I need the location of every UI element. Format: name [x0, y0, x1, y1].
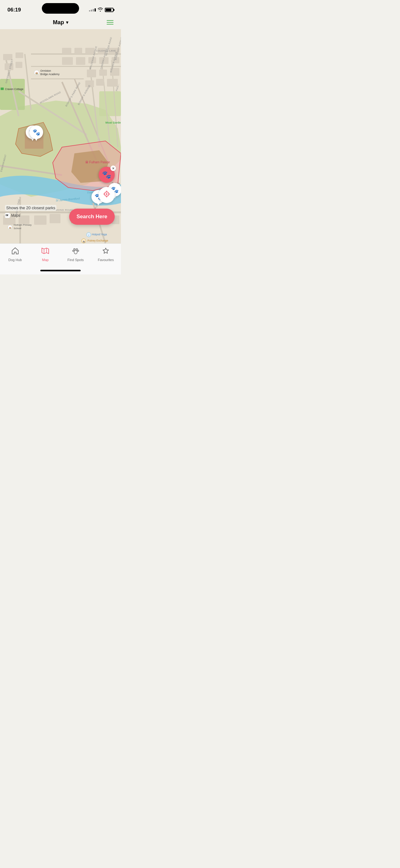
signal-icon	[89, 8, 96, 11]
apple-maps-label: 🗺 Maps	[5, 213, 20, 218]
svg-point-99	[76, 249, 77, 250]
svg-rect-22	[74, 48, 82, 54]
status-icons	[89, 7, 113, 12]
map-title-text: Map	[53, 19, 64, 26]
svg-text:Hotham Primary: Hotham Primary	[14, 223, 32, 226]
svg-point-101	[72, 250, 74, 251]
menu-button[interactable]	[105, 19, 115, 26]
home-bar	[40, 270, 80, 271]
nav-title: Map ▾	[53, 19, 68, 26]
svg-text:Craven Cottage: Craven Cottage	[5, 88, 24, 91]
crosshair-icon	[103, 190, 110, 199]
svg-rect-21	[62, 48, 71, 54]
svg-rect-38	[15, 53, 23, 58]
svg-rect-40	[15, 62, 22, 68]
svg-text:Moat Garden: Moat Garden	[105, 121, 121, 124]
svg-text:🏬: 🏬	[83, 240, 85, 243]
svg-text:🏫: 🏫	[9, 227, 11, 229]
map-view[interactable]: Thames Clippers St James-Brentford	[0, 29, 121, 243]
filter-paw-button-container: 🐾 ✕	[99, 167, 115, 183]
paw-x-badge: ✕	[110, 165, 116, 171]
status-time: 06:19	[7, 7, 21, 13]
menu-line-1	[107, 20, 113, 21]
svg-rect-44	[49, 214, 61, 223]
map-marker-1[interactable]: 🐾	[29, 125, 43, 139]
menu-line-3	[107, 24, 113, 25]
svg-rect-27	[76, 57, 85, 65]
search-here-button[interactable]: Search Here	[69, 209, 115, 225]
dog-hub-label: Dog Hub	[8, 258, 22, 262]
svg-rect-43	[34, 215, 46, 225]
svg-point-98	[73, 249, 75, 250]
shows-text: Shows the 20 closest parks	[5, 205, 57, 211]
svg-text:🗺: 🗺	[6, 214, 8, 217]
paw-marker-icon-1: 🐾	[33, 128, 40, 136]
svg-text:Hotpod Yoga: Hotpod Yoga	[92, 233, 107, 236]
battery-icon	[105, 8, 113, 12]
notch	[42, 3, 79, 14]
paw-icon: 🐾	[102, 170, 111, 179]
svg-point-100	[74, 250, 77, 254]
svg-text:🏫: 🏫	[35, 72, 38, 74]
svg-text:🏛 Fulham Palace: 🏛 Fulham Palace	[85, 160, 110, 164]
home-indicator	[0, 268, 121, 274]
svg-point-95	[106, 193, 108, 195]
svg-rect-26	[62, 57, 73, 65]
tab-bar: Dog Hub Map Find Spots	[0, 243, 121, 268]
tab-find-spots[interactable]: Find Spots	[63, 247, 88, 262]
svg-rect-2	[0, 79, 25, 110]
favourites-icon	[102, 247, 110, 257]
menu-line-2	[107, 22, 113, 23]
map-icon	[41, 247, 49, 257]
chevron-down-icon: ▾	[66, 20, 68, 25]
svg-rect-35	[96, 79, 104, 86]
tab-favourites[interactable]: Favourites	[93, 247, 118, 262]
svg-text:Y: Y	[88, 235, 89, 236]
svg-rect-32	[99, 69, 107, 76]
favourites-label: Favourites	[98, 258, 114, 262]
filter-paw-button[interactable]: 🐾 ✕	[99, 167, 115, 183]
tab-map[interactable]: Map	[33, 247, 58, 262]
svg-text:Bridge Academy: Bridge Academy	[40, 73, 60, 76]
svg-text:Putney Exchange: Putney Exchange	[88, 239, 108, 242]
location-button[interactable]	[99, 187, 115, 203]
nav-header: Map ▾	[0, 16, 121, 29]
find-spots-label: Find Spots	[67, 258, 84, 262]
tab-dog-hub[interactable]: Dog Hub	[3, 247, 28, 262]
svg-rect-3	[99, 91, 121, 116]
apple-maps-text: Maps	[11, 213, 20, 218]
dog-hub-icon	[11, 247, 19, 257]
svg-rect-36	[107, 79, 118, 87]
find-spots-icon	[72, 247, 80, 257]
svg-rect-69	[1, 88, 4, 90]
status-bar: 06:19	[0, 0, 121, 16]
map-label: Map	[42, 258, 49, 262]
svg-point-102	[77, 250, 79, 251]
wifi-icon	[98, 7, 103, 12]
svg-rect-31	[87, 69, 96, 77]
apple-maps-logo: 🗺	[5, 213, 10, 218]
svg-text:School: School	[14, 227, 22, 230]
svg-text:Ormiston: Ormiston	[40, 69, 51, 72]
